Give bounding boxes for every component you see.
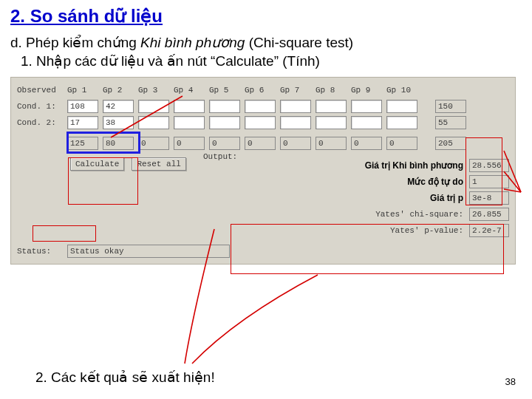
grand-total: 205	[435, 137, 466, 150]
cond2-cell[interactable]: 38	[103, 116, 134, 129]
yates-chi-row: Yates' chi-square: 26.855	[17, 206, 509, 222]
col-header: Gp 5	[209, 86, 240, 95]
col-total: 0	[280, 137, 311, 150]
cond1-cell[interactable]	[245, 100, 276, 113]
line-2: 2. Các kết quả sẽ xuất hiện!	[35, 369, 215, 386]
cond2-cell[interactable]	[174, 116, 205, 129]
line-d-suffix: (Chi-square test)	[245, 35, 353, 50]
cond1-cell[interactable]	[138, 100, 169, 113]
header-row: Observed Gp 1 Gp 2 Gp 3 Gp 4 Gp 5 Gp 6 G…	[17, 82, 509, 98]
cond1-cell[interactable]	[316, 100, 347, 113]
yates-chi-label: Yates' chi-square:	[375, 210, 463, 219]
col-total: 0	[386, 137, 417, 150]
cond2-cell[interactable]	[209, 116, 240, 129]
page-number: 38	[505, 376, 516, 387]
cond2-cell[interactable]	[280, 116, 311, 129]
cond2-row: Cond. 2: 17 38 55	[17, 115, 509, 131]
col-total: 80	[103, 137, 134, 150]
cond2-cell[interactable]	[138, 116, 169, 129]
cond1-cell[interactable]	[351, 100, 382, 113]
p-label: Giá trị p	[430, 193, 463, 203]
df-label: Mức độ tự do	[407, 177, 463, 187]
status-label: Status:	[17, 247, 63, 256]
col-header: Gp 9	[351, 86, 382, 95]
output-label: Output:	[203, 152, 237, 161]
cond2-cell[interactable]: 17	[67, 116, 98, 129]
reset-button[interactable]: Reset all	[132, 157, 185, 171]
cond1-cell[interactable]	[386, 100, 417, 113]
slide-title: 2. So sánh dữ liệu	[10, 6, 522, 27]
cond2-cell[interactable]	[245, 116, 276, 129]
calculate-button[interactable]: Calculate	[70, 157, 124, 171]
cond2-cell[interactable]	[386, 116, 417, 129]
col-total: 0	[245, 137, 276, 150]
cond1-cell[interactable]	[280, 100, 311, 113]
col-total: 0	[316, 137, 347, 150]
cond2-label: Cond. 2:	[17, 118, 63, 127]
cond1-cell[interactable]: 108	[67, 100, 98, 113]
cond2-cell[interactable]	[316, 116, 347, 129]
df-row: Mức độ tự do 1	[17, 174, 509, 190]
cond1-label: Cond. 1:	[17, 102, 63, 111]
cond1-total: 150	[435, 100, 466, 113]
line-d: d. Phép kiểm chứng Khi bình phương (Chi-…	[10, 34, 522, 51]
df-value: 1	[469, 175, 509, 188]
cond1-row: Cond. 1: 108 42 150	[17, 98, 509, 115]
col-total: 0	[351, 137, 382, 150]
line-d-prefix: d. Phép kiểm chứng	[10, 35, 140, 50]
line-d-italic: Khi bình phương	[140, 35, 245, 50]
cond2-cell[interactable]	[351, 116, 382, 129]
cond2-total: 55	[435, 116, 466, 129]
col-total: 0	[174, 137, 205, 150]
col-total: 0	[209, 137, 240, 150]
cond1-cell[interactable]	[174, 100, 205, 113]
chi-square-panel: Observed Gp 1 Gp 2 Gp 3 Gp 4 Gp 5 Gp 6 G…	[10, 77, 516, 265]
totals-row: 125 80 0 0 0 0 0 0 0 0 205	[17, 135, 509, 151]
yates-chi-value: 26.855	[469, 208, 509, 221]
col-header: Gp 6	[245, 86, 276, 95]
chi-label: Giá trị Khi bình phương	[365, 160, 463, 171]
col-header: Gp 3	[138, 86, 169, 95]
yates-p-label: Yates' p-value:	[390, 226, 463, 235]
col-header: Gp 1	[67, 86, 98, 95]
cond1-cell[interactable]	[209, 100, 240, 113]
yates-p-value: 2.2e-7	[469, 224, 509, 237]
col-header: Gp 2	[103, 86, 134, 95]
status-row: Status: Status okay	[17, 243, 509, 259]
yates-p-row: Yates' p-value: 2.2e-7	[17, 222, 509, 239]
observed-label: Observed	[17, 86, 63, 95]
chi-value: 28.556	[469, 159, 509, 172]
status-value: Status okay	[67, 245, 230, 258]
p-value: 3e-8	[469, 191, 509, 205]
col-total: 0	[138, 137, 169, 150]
col-header: Gp 10	[386, 86, 417, 95]
col-total: 125	[67, 137, 98, 150]
line-1: 1. Nhập các dữ liệu và ấn nút “Calculate…	[21, 52, 522, 69]
col-header: Gp 4	[174, 86, 205, 95]
cond1-cell[interactable]: 42	[103, 100, 134, 113]
col-header: Gp 7	[280, 86, 311, 95]
p-row: Giá trị p 3e-8	[17, 190, 509, 206]
col-header: Gp 8	[316, 86, 347, 95]
